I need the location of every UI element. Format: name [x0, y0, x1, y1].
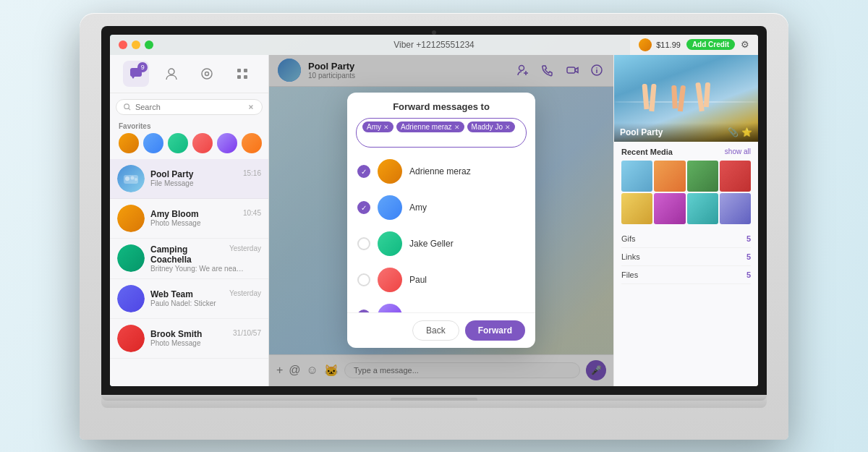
fav-avatar-6[interactable] — [242, 133, 262, 153]
stat-label-links: Links — [621, 252, 640, 261]
add-credit-button[interactable]: Add Credit — [686, 39, 735, 50]
contact-name-maddy: Maddy Jo — [409, 311, 447, 312]
dialog-actions: Back Forward — [347, 312, 535, 348]
contact-item-adrienne[interactable]: Adrienne meraz — [347, 153, 535, 189]
dialog-search-bar[interactable]: Amy ✕ Adrienne meraz ✕ Maddy Jo ✕ — [356, 118, 527, 148]
attachment-icon[interactable]: 📎 — [728, 127, 739, 137]
fav-avatar-5[interactable] — [217, 133, 237, 153]
svg-point-9 — [124, 103, 129, 108]
stat-value-files: 5 — [746, 270, 751, 279]
media-thumb-4[interactable] — [720, 161, 751, 192]
svg-rect-8 — [244, 75, 247, 79]
remove-amy-icon[interactable]: ✕ — [383, 124, 389, 131]
list-item[interactable]: Pool Party 15:16 File Message — [110, 159, 268, 199]
sidebar-item-apps[interactable] — [229, 61, 255, 87]
media-thumb-8[interactable] — [720, 193, 751, 224]
stat-label-files: Files — [621, 270, 638, 279]
chat-name-text: Brook Smith — [150, 329, 202, 339]
laptop-lid: Viber +12125551234 $11.99 Add Credit ⚙ — [80, 13, 788, 440]
sidebar-item-contacts[interactable] — [158, 61, 184, 87]
svg-point-3 — [202, 69, 212, 79]
sidebar-item-discover[interactable] — [194, 61, 220, 87]
chat-avatar — [117, 165, 145, 192]
list-item[interactable]: Amy Bloom 10:45 Photo Message — [110, 199, 268, 239]
list-item[interactable]: Brook Smith 31/10/57 Photo Message — [110, 319, 268, 359]
right-panel-header: Pool Party 📎 ⭐ — [614, 55, 758, 142]
contact-checkbox-maddy[interactable] — [357, 310, 370, 312]
svg-point-4 — [205, 72, 208, 75]
search-input[interactable] — [135, 103, 243, 111]
stat-item-files[interactable]: Files 5 — [621, 266, 751, 284]
chat-time: 31/10/57 — [233, 329, 261, 339]
fav-avatar-2[interactable] — [143, 133, 163, 153]
forward-button[interactable]: Forward — [465, 320, 525, 341]
contact-list: Adrienne meraz Amy — [347, 153, 535, 312]
list-item[interactable]: Web Team Yesterday Paulo Nadel: Sticker — [110, 279, 268, 319]
svg-marker-1 — [132, 77, 135, 79]
chat-preview: Paulo Nadel: Sticker — [150, 299, 244, 307]
media-thumb-2[interactable] — [654, 161, 685, 192]
stat-item-links[interactable]: Links 5 — [621, 248, 751, 266]
panel-action-icons: 📎 ⭐ — [728, 127, 752, 137]
contact-item-maddy[interactable]: Maddy Jo — [347, 298, 535, 312]
sidebar-item-chats[interactable]: 9 — [123, 61, 149, 87]
main-chat: Pool Party 10 participants — [269, 55, 613, 386]
chat-preview: File Message — [150, 179, 244, 187]
dialog-title: Forward messages to — [347, 93, 535, 118]
fav-avatar-3[interactable] — [168, 133, 188, 153]
chat-preview: Photo Message — [150, 219, 244, 227]
media-thumb-3[interactable] — [687, 161, 718, 192]
search-tag-adrienne[interactable]: Adrienne meraz ✕ — [396, 121, 464, 132]
contact-name-amy: Amy — [409, 202, 427, 213]
contact-checkbox-adrienne[interactable] — [357, 165, 370, 178]
media-thumb-1[interactable] — [621, 161, 652, 192]
contact-avatar-adrienne — [378, 159, 402, 184]
chat-info: Brook Smith 31/10/57 Photo Message — [150, 329, 261, 347]
chat-name-row: Camping Coachella Yesterday — [150, 244, 261, 265]
svg-point-2 — [169, 69, 174, 74]
right-panel: Pool Party 📎 ⭐ Recent Media — [613, 55, 758, 386]
titlebar: Viber +12125551234 $11.99 Add Credit ⚙ — [110, 35, 758, 55]
search-tag-amy[interactable]: Amy ✕ — [362, 121, 393, 132]
chat-avatar — [117, 285, 145, 312]
back-button[interactable]: Back — [412, 320, 459, 341]
chat-badge: 9 — [137, 62, 148, 72]
favorites-row — [110, 133, 268, 159]
screen: Viber +12125551234 $11.99 Add Credit ⚙ — [110, 35, 758, 386]
stats-list: Gifs 5 Links 5 Files 5 — [614, 230, 758, 284]
contact-item-amy[interactable]: Amy — [347, 189, 535, 226]
remove-maddy-icon[interactable]: ✕ — [505, 124, 511, 131]
contact-item-jake[interactable]: Jake Geller — [347, 226, 535, 262]
contact-avatar-jake — [378, 231, 402, 256]
chat-name-text: Camping Coachella — [150, 244, 229, 265]
svg-point-14 — [135, 178, 137, 181]
settings-icon[interactable]: ⚙ — [741, 39, 749, 50]
media-thumb-5[interactable] — [621, 193, 652, 224]
chat-preview: Britney Young: We are near the entrance!… — [150, 265, 244, 273]
star-icon[interactable]: ⭐ — [741, 127, 752, 137]
show-all-link[interactable]: show all — [725, 148, 751, 155]
forward-search-input[interactable] — [362, 135, 520, 144]
remove-adrienne-icon[interactable]: ✕ — [454, 124, 460, 131]
list-item[interactable]: Camping Coachella Yesterday Britney Youn… — [110, 239, 268, 279]
fav-avatar-1[interactable] — [119, 133, 139, 153]
dialog-overlay: Forward messages to Amy ✕ Adrienne meraz… — [269, 55, 613, 386]
fav-avatar-4[interactable] — [192, 133, 213, 153]
media-thumb-6[interactable] — [654, 193, 685, 224]
contact-checkbox-paul[interactable] — [357, 273, 370, 286]
contact-item-paul[interactable]: Paul — [347, 262, 535, 298]
contact-checkbox-jake[interactable] — [357, 237, 370, 250]
stat-item-gifs[interactable]: Gifs 5 — [621, 230, 751, 248]
app-header-right: $11.99 Add Credit ⚙ — [630, 35, 758, 55]
chat-name-text: Amy Bloom — [150, 209, 199, 219]
user-credit-info: $11.99 — [639, 38, 681, 51]
search-tag-maddy[interactable]: Maddy Jo ✕ — [467, 121, 515, 132]
media-thumb-7[interactable] — [687, 193, 718, 224]
close-button[interactable] — [119, 40, 127, 49]
maximize-button[interactable] — [145, 40, 153, 49]
chat-name-row: Brook Smith 31/10/57 — [150, 329, 261, 339]
minimize-button[interactable] — [132, 40, 140, 49]
chat-name-text: Pool Party — [150, 169, 193, 179]
contact-checkbox-amy[interactable] — [357, 201, 370, 214]
screen-bezel: Viber +12125551234 $11.99 Add Credit ⚙ — [101, 26, 767, 395]
